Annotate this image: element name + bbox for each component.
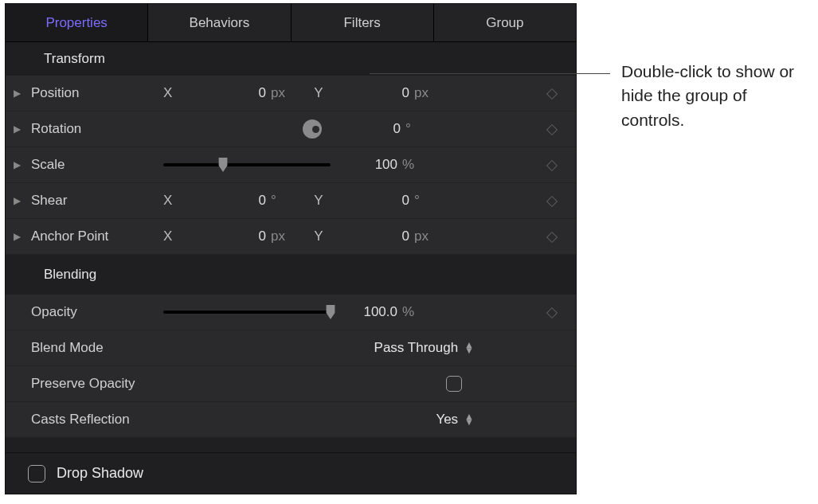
- position-y-value[interactable]: 0: [339, 85, 414, 101]
- anchor-x-unit: px: [271, 229, 299, 244]
- section-header-transform[interactable]: Transform: [6, 42, 576, 76]
- tab-filters[interactable]: Filters: [292, 4, 434, 41]
- rotation-dial[interactable]: [303, 119, 322, 139]
- slider-thumb-icon[interactable]: [216, 158, 230, 172]
- rotation-value[interactable]: 0: [354, 121, 405, 137]
- anchor-x-value[interactable]: 0: [195, 229, 271, 244]
- inspector-panel: Properties Behaviors Filters Group Trans…: [5, 3, 577, 494]
- label-casts-reflection: Casts Reflection: [28, 412, 163, 428]
- shear-x-unit: °: [271, 193, 299, 209]
- tab-properties[interactable]: Properties: [6, 4, 148, 41]
- shear-x-value[interactable]: 0: [195, 193, 271, 209]
- tab-group[interactable]: Group: [434, 4, 576, 41]
- casts-reflection-value: Yes: [436, 412, 458, 428]
- label-scale: Scale: [28, 157, 163, 173]
- drop-shadow-checkbox[interactable]: [28, 465, 45, 483]
- rotation-unit: °: [405, 121, 433, 137]
- position-y-unit: px: [414, 85, 442, 101]
- disclosure-icon[interactable]: ▶: [6, 159, 28, 170]
- anchor-x-label: X: [163, 229, 195, 244]
- position-x-value[interactable]: 0: [195, 85, 271, 101]
- opacity-slider[interactable]: [163, 311, 331, 314]
- anchor-y-label: Y: [299, 229, 339, 244]
- row-scale: ▶ Scale 100 %: [6, 147, 576, 183]
- chevron-updown-icon: ▲▼: [464, 342, 474, 354]
- row-preserve-opacity: Preserve Opacity: [6, 366, 576, 402]
- section-header-blending[interactable]: Blending: [6, 255, 576, 295]
- spacer: [6, 438, 576, 452]
- callout-line: [370, 73, 610, 74]
- preserve-opacity-checkbox[interactable]: [446, 376, 462, 392]
- row-rotation: ▶ Rotation 0 °: [6, 111, 576, 147]
- label-shear: Shear: [28, 193, 163, 209]
- disclosure-icon[interactable]: ▶: [6, 123, 28, 135]
- scale-unit: %: [402, 157, 430, 173]
- keyframe-icon[interactable]: [528, 157, 576, 174]
- label-rotation: Rotation: [28, 121, 163, 137]
- row-shear: ▶ Shear X 0 ° Y 0 °: [6, 183, 576, 219]
- row-position: ▶ Position X 0 px Y 0 px: [6, 76, 576, 111]
- keyframe-icon[interactable]: [528, 229, 576, 245]
- disclosure-icon[interactable]: ▶: [6, 231, 28, 242]
- disclosure-icon[interactable]: ▶: [6, 195, 28, 206]
- scale-slider[interactable]: [163, 163, 331, 166]
- shear-x-label: X: [163, 193, 195, 209]
- label-blend-mode: Blend Mode: [28, 340, 163, 356]
- opacity-value[interactable]: 100.0: [339, 304, 402, 320]
- label-drop-shadow: Drop Shadow: [57, 465, 143, 482]
- tab-behaviors[interactable]: Behaviors: [148, 4, 291, 41]
- label-position: Position: [28, 85, 163, 101]
- shear-y-unit: °: [414, 193, 442, 209]
- row-blend-mode: Blend Mode Pass Through ▲▼: [6, 330, 576, 366]
- position-y-label: Y: [299, 85, 339, 101]
- slider-thumb-icon[interactable]: [323, 305, 338, 319]
- anchor-y-unit: px: [414, 229, 442, 244]
- row-opacity: Opacity 100.0 %: [6, 295, 576, 330]
- keyframe-icon[interactable]: [528, 121, 576, 138]
- blend-mode-select[interactable]: Pass Through ▲▼: [163, 340, 522, 356]
- keyframe-icon[interactable]: [528, 193, 576, 209]
- label-preserve-opacity: Preserve Opacity: [28, 376, 163, 392]
- blend-mode-value: Pass Through: [374, 340, 459, 356]
- shear-y-label: Y: [299, 193, 339, 209]
- callout-text: Double-click to show or hide the group o…: [621, 60, 804, 132]
- row-casts-reflection: Casts Reflection Yes ▲▼: [6, 402, 576, 438]
- scale-value[interactable]: 100: [339, 157, 402, 173]
- label-anchor: Anchor Point: [28, 229, 163, 244]
- casts-reflection-select[interactable]: Yes ▲▼: [163, 412, 522, 428]
- anchor-y-value[interactable]: 0: [339, 229, 414, 244]
- disclosure-icon[interactable]: ▶: [6, 88, 28, 99]
- chevron-updown-icon: ▲▼: [464, 414, 474, 425]
- tab-bar: Properties Behaviors Filters Group: [6, 4, 576, 42]
- shear-y-value[interactable]: 0: [339, 193, 414, 209]
- keyframe-icon[interactable]: [528, 304, 576, 321]
- position-x-label: X: [163, 85, 195, 101]
- row-anchor-point: ▶ Anchor Point X 0 px Y 0 px: [6, 219, 576, 255]
- label-opacity: Opacity: [28, 304, 163, 320]
- position-x-unit: px: [271, 85, 299, 101]
- row-drop-shadow: Drop Shadow: [6, 452, 576, 494]
- keyframe-icon[interactable]: [528, 85, 576, 102]
- opacity-unit: %: [402, 304, 430, 320]
